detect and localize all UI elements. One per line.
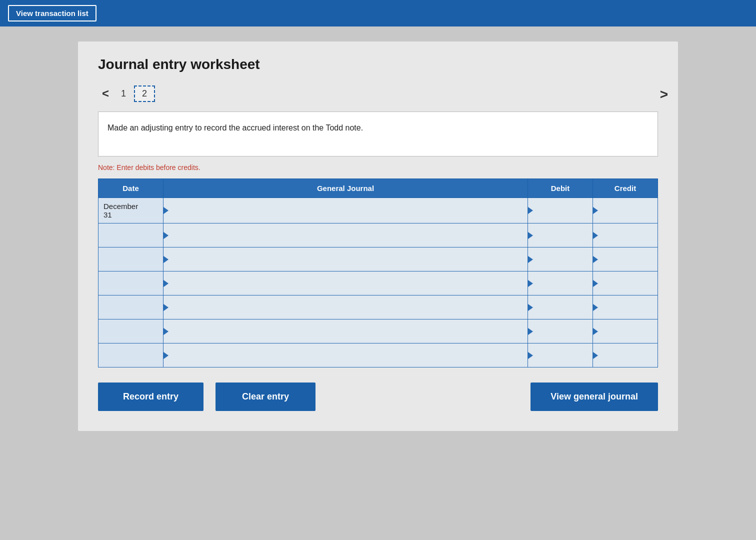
triangle-icon bbox=[593, 280, 598, 287]
header-general-journal: General Journal bbox=[164, 179, 528, 198]
date-cell-2 bbox=[98, 248, 164, 272]
debit-cell-1[interactable] bbox=[528, 224, 593, 248]
journal-input-5[interactable] bbox=[170, 320, 528, 343]
date-cell-3 bbox=[98, 272, 164, 296]
credit-cell-3[interactable] bbox=[593, 272, 658, 296]
credit-cell-2[interactable] bbox=[593, 248, 658, 272]
table-row bbox=[98, 296, 658, 320]
debit-cell-6[interactable] bbox=[528, 344, 593, 368]
triangle-icon bbox=[164, 256, 168, 263]
journal-input-3[interactable] bbox=[170, 272, 528, 295]
journal-input-6[interactable] bbox=[170, 344, 528, 367]
date-cell-4 bbox=[98, 296, 164, 320]
clear-entry-button[interactable]: Clear entry bbox=[216, 382, 316, 411]
credit-cell-6[interactable] bbox=[593, 344, 658, 368]
debit-cell-4[interactable] bbox=[528, 296, 593, 320]
journal-table: Date General Journal Debit Credit Decemb… bbox=[98, 178, 658, 368]
header-debit: Debit bbox=[528, 179, 593, 198]
credit-input-2[interactable] bbox=[600, 248, 658, 271]
credit-input-3[interactable] bbox=[600, 272, 658, 295]
description-box: Made an adjusting entry to record the ac… bbox=[98, 112, 658, 156]
credit-cell-0[interactable] bbox=[593, 198, 658, 224]
page-1-number[interactable]: 1 bbox=[121, 88, 126, 99]
debit-input-1[interactable] bbox=[535, 224, 592, 247]
table-row bbox=[98, 320, 658, 344]
triangle-icon bbox=[164, 352, 168, 359]
record-entry-button[interactable]: Record entry bbox=[98, 382, 204, 411]
triangle-icon bbox=[164, 328, 168, 335]
credit-cell-5[interactable] bbox=[593, 320, 658, 344]
journal-cell-4[interactable] bbox=[164, 296, 528, 320]
date-cell-1 bbox=[98, 224, 164, 248]
debit-input-2[interactable] bbox=[535, 248, 592, 271]
date-cell-5 bbox=[98, 320, 164, 344]
view-transaction-button[interactable]: View transaction list bbox=[8, 5, 96, 22]
header-credit: Credit bbox=[593, 179, 658, 198]
debit-input-3[interactable] bbox=[535, 272, 592, 295]
debit-cell-0[interactable] bbox=[528, 198, 593, 224]
note-text: Note: Enter debits before credits. bbox=[98, 164, 658, 172]
triangle-icon bbox=[593, 304, 598, 311]
journal-cell-0[interactable] bbox=[164, 198, 528, 224]
triangle-icon bbox=[528, 232, 533, 239]
triangle-icon bbox=[593, 232, 598, 239]
triangle-icon bbox=[593, 352, 598, 359]
header-date: Date bbox=[98, 179, 164, 198]
debit-input-6[interactable] bbox=[535, 344, 592, 367]
date-cell-0: December 31 bbox=[98, 198, 164, 224]
debit-input-4[interactable] bbox=[535, 296, 592, 319]
view-general-journal-button[interactable]: View general journal bbox=[530, 382, 658, 411]
triangle-icon bbox=[528, 352, 533, 359]
triangle-icon bbox=[593, 207, 598, 214]
description-text: Made an adjusting entry to record the ac… bbox=[108, 124, 363, 132]
triangle-icon bbox=[164, 304, 168, 311]
page-title: Journal entry worksheet bbox=[98, 56, 658, 72]
triangle-icon bbox=[593, 256, 598, 263]
journal-cell-2[interactable] bbox=[164, 248, 528, 272]
credit-input-5[interactable] bbox=[600, 320, 658, 343]
table-row bbox=[98, 248, 658, 272]
triangle-icon bbox=[164, 232, 168, 239]
journal-input-4[interactable] bbox=[170, 296, 528, 319]
journal-cell-5[interactable] bbox=[164, 320, 528, 344]
credit-input-4[interactable] bbox=[600, 296, 658, 319]
journal-input-1[interactable] bbox=[170, 224, 528, 247]
triangle-icon bbox=[164, 207, 168, 214]
table-row bbox=[98, 272, 658, 296]
credit-input-6[interactable] bbox=[600, 344, 658, 367]
debit-cell-5[interactable] bbox=[528, 320, 593, 344]
credit-input-1[interactable] bbox=[600, 224, 658, 247]
debit-input-5[interactable] bbox=[535, 320, 592, 343]
credit-input-0[interactable] bbox=[600, 198, 658, 223]
triangle-icon bbox=[528, 280, 533, 287]
debit-cell-2[interactable] bbox=[528, 248, 593, 272]
triangle-icon bbox=[528, 304, 533, 311]
triangle-icon bbox=[528, 207, 533, 214]
journal-cell-6[interactable] bbox=[164, 344, 528, 368]
journal-input-0[interactable] bbox=[170, 198, 528, 223]
buttons-row: Record entry Clear entry View general jo… bbox=[98, 382, 658, 411]
table-row bbox=[98, 224, 658, 248]
triangle-icon bbox=[164, 280, 168, 287]
journal-cell-3[interactable] bbox=[164, 272, 528, 296]
main-container: Journal entry worksheet < 1 2 > Made an … bbox=[78, 42, 678, 431]
table-header-row: Date General Journal Debit Credit bbox=[98, 179, 658, 198]
triangle-icon bbox=[593, 328, 598, 335]
next-page-button[interactable]: > bbox=[660, 86, 668, 102]
prev-page-button[interactable]: < bbox=[98, 84, 113, 102]
journal-input-2[interactable] bbox=[170, 248, 528, 271]
date-cell-6 bbox=[98, 344, 164, 368]
table-row bbox=[98, 344, 658, 368]
triangle-icon bbox=[528, 328, 533, 335]
debit-cell-3[interactable] bbox=[528, 272, 593, 296]
credit-cell-4[interactable] bbox=[593, 296, 658, 320]
nav-row: < 1 2 bbox=[98, 84, 658, 102]
triangle-icon bbox=[528, 256, 533, 263]
table-row: December 31 bbox=[98, 198, 658, 224]
credit-cell-1[interactable] bbox=[593, 224, 658, 248]
debit-input-0[interactable] bbox=[535, 198, 592, 223]
top-bar: View transaction list bbox=[0, 0, 756, 26]
journal-cell-1[interactable] bbox=[164, 224, 528, 248]
page-2-number[interactable]: 2 bbox=[134, 86, 155, 102]
